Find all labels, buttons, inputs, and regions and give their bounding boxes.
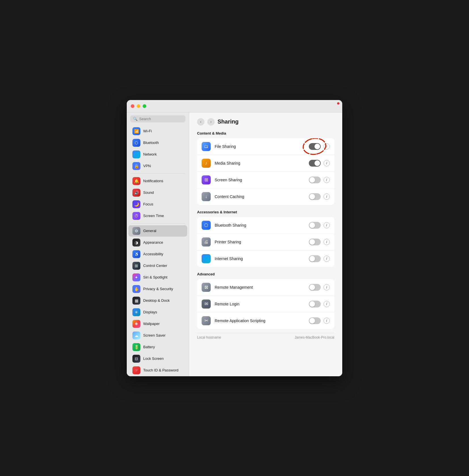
sidebar-label-appearance: Appearance	[143, 240, 163, 245]
sidebar-item-notifications[interactable]: 🔔 Notifications	[128, 175, 187, 187]
file-sharing-icon: 🗂	[202, 142, 211, 151]
screen-sharing-toggle-knob	[309, 177, 315, 183]
sidebar-item-lockscreen[interactable]: ⊟ Lock Screen	[128, 353, 187, 364]
section-card-accessories-internet: ⬡ Bluetooth Sharing i 🖨 Printer Sharing …	[197, 217, 334, 267]
bluetooth-sharing-controls: i	[309, 222, 330, 229]
search-input[interactable]	[139, 117, 183, 121]
remote-scripting-label: Remote Application Scripting	[215, 318, 305, 323]
touchid-icon: ☞	[132, 366, 140, 374]
sidebar-label-focus: Focus	[143, 202, 153, 206]
content-caching-info-button[interactable]: i	[324, 194, 330, 200]
network-icon: 🌐	[132, 150, 140, 158]
remote-scripting-controls: i	[309, 317, 330, 324]
sidebar-item-displays[interactable]: ✳ Displays	[128, 307, 187, 318]
sidebar-item-privacy[interactable]: ✋ Privacy & Security	[128, 283, 187, 295]
sidebar-item-appearance[interactable]: ◑ Appearance	[128, 237, 187, 248]
remote-management-toggle[interactable]	[309, 284, 321, 291]
sidebar-item-vpn[interactable]: 🔒 VPN	[128, 160, 187, 172]
internet-sharing-icon: 🌐	[202, 254, 211, 263]
sidebar-item-bluetooth[interactable]: ⬡ Bluetooth	[128, 137, 187, 148]
sidebar-item-wallpaper[interactable]: ❋ Wallpaper	[128, 318, 187, 330]
internet-sharing-info-button[interactable]: i	[324, 256, 330, 262]
sidebar-divider	[131, 173, 185, 174]
notifications-icon: 🔔	[132, 177, 140, 185]
remote-management-info-button[interactable]: i	[324, 284, 330, 290]
screen-sharing-controls: i	[309, 177, 330, 183]
sidebar-item-general[interactable]: ⚙ General	[128, 225, 187, 237]
screen-sharing-toggle[interactable]	[309, 177, 321, 183]
wifi-icon: 📶	[132, 127, 140, 135]
internet-sharing-controls: i	[309, 255, 330, 262]
section-title-content-media: Content & Media	[197, 131, 334, 135]
search-bar: 🔍	[127, 112, 189, 125]
sidebar-item-battery[interactable]: 🔋 Battery	[128, 341, 187, 353]
sidebar-label-screensaver: Screen Saver	[143, 333, 166, 337]
sidebar-label-touchid: Touch ID & Password	[143, 368, 178, 372]
media-sharing-info-button[interactable]: i	[324, 160, 330, 166]
sharing-row-remote-scripting: ✂ Remote Application Scripting i	[197, 313, 334, 329]
page-title: Sharing	[217, 118, 238, 125]
forward-button[interactable]: ›	[207, 118, 215, 126]
sidebar-item-screensaver[interactable]: ☁ Screen Saver	[128, 330, 187, 341]
sidebar-item-touchid[interactable]: ☞ Touch ID & Password	[128, 365, 187, 376]
sidebar-label-lockscreen: Lock Screen	[143, 356, 164, 361]
remote-management-toggle-knob	[309, 284, 315, 290]
sidebar-item-network[interactable]: 🌐 Network	[128, 149, 187, 160]
back-button[interactable]: ‹	[197, 118, 204, 126]
content-caching-toggle[interactable]	[309, 193, 321, 200]
sidebar-label-accessibility: Accessibility	[143, 252, 163, 256]
remote-scripting-toggle[interactable]	[309, 317, 321, 324]
remote-login-toggle[interactable]	[309, 301, 321, 307]
sidebar-label-general: General	[143, 229, 156, 233]
hostname-value: James-MacBook-Pro.local	[295, 335, 334, 339]
remote-management-controls: i	[309, 284, 330, 291]
minimize-button[interactable]	[137, 104, 140, 108]
screen-sharing-icon: ⊞	[202, 175, 211, 184]
remote-login-toggle-knob	[309, 301, 315, 307]
remote-scripting-toggle-knob	[309, 318, 315, 324]
remote-scripting-info-button[interactable]: i	[324, 318, 330, 324]
file-sharing-info-button[interactable]: i	[324, 143, 330, 150]
wallpaper-icon: ❋	[132, 320, 140, 328]
sidebar-item-screentime[interactable]: ⏱ Screen Time	[128, 210, 187, 222]
internet-sharing-toggle[interactable]	[309, 255, 321, 262]
traffic-lights	[131, 104, 146, 108]
remote-management-icon: ⊠	[202, 283, 211, 292]
sidebar-item-wifi[interactable]: 📶 Wi-Fi	[128, 126, 187, 137]
media-sharing-toggle-knob	[314, 160, 320, 166]
sidebar-label-vpn: VPN	[143, 164, 151, 168]
bluetooth-sharing-info-button[interactable]: i	[324, 222, 330, 228]
content-area: ‹ › Sharing Content & Media 🗂 File Shari…	[189, 112, 342, 376]
titlebar	[127, 100, 342, 112]
privacy-icon: ✋	[132, 285, 140, 293]
sidebar-item-desktop[interactable]: ▦ Desktop & Dock	[128, 295, 187, 306]
printer-sharing-info-button[interactable]: i	[324, 239, 330, 245]
sidebar-label-wallpaper: Wallpaper	[143, 322, 160, 326]
printer-sharing-toggle[interactable]	[309, 239, 321, 245]
screen-sharing-info-button[interactable]: i	[324, 177, 330, 183]
media-sharing-controls: i	[309, 160, 330, 167]
sidebar-item-sound[interactable]: 🔊 Sound	[128, 187, 187, 198]
sidebar-item-accessibility[interactable]: ♿ Accessibility	[128, 248, 187, 260]
sharing-row-remote-login: ✉ Remote Login i	[197, 296, 334, 313]
printer-sharing-icon: 🖨	[202, 237, 211, 246]
file-sharing-controls: i	[309, 143, 330, 150]
sidebar-item-controlcenter[interactable]: ⊞ Control Center	[128, 260, 187, 271]
close-button[interactable]	[131, 104, 134, 108]
appearance-icon: ◑	[132, 239, 140, 246]
system-preferences-window: 🔍 📶 Wi-Fi ⬡ Bluetooth 🌐 Network 🔒 VPN 🔔 …	[127, 100, 342, 376]
bluetooth-sharing-toggle[interactable]	[309, 222, 321, 229]
search-wrapper[interactable]: 🔍	[130, 115, 185, 122]
sharing-row-screen-sharing: ⊞ Screen Sharing i	[197, 172, 334, 188]
media-sharing-toggle[interactable]	[309, 160, 321, 167]
remote-scripting-icon: ✂	[202, 316, 211, 325]
sharing-row-content-caching: ↓ Content Caching i	[197, 188, 334, 205]
sound-icon: 🔊	[132, 189, 140, 197]
sidebar-item-focus[interactable]: 🌙 Focus	[128, 199, 187, 210]
maximize-button[interactable]	[143, 104, 146, 108]
content-caching-controls: i	[309, 193, 330, 200]
remote-login-info-button[interactable]: i	[324, 301, 330, 307]
file-sharing-toggle[interactable]	[309, 143, 321, 150]
content-header: ‹ › Sharing	[197, 118, 334, 126]
sidebar-item-siri[interactable]: ✦ Siri & Spotlight	[128, 272, 187, 283]
